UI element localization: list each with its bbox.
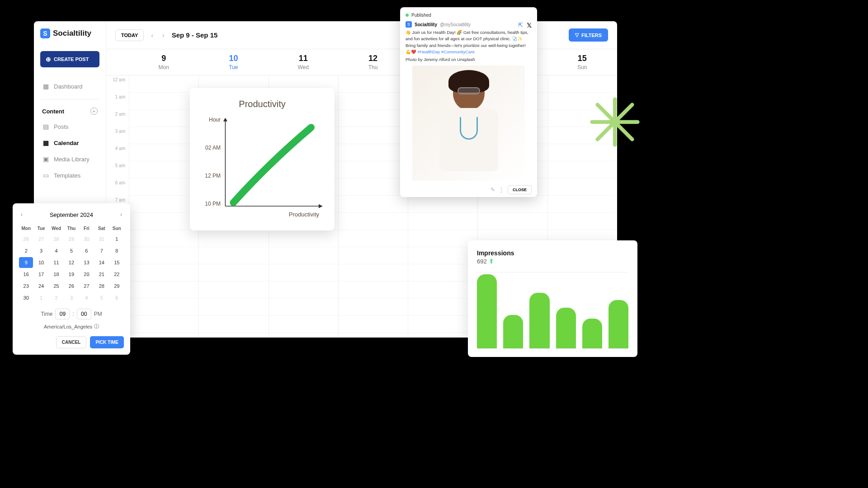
day-cell[interactable]: 29 [110,281,124,291]
dow-label: Sun [110,224,124,233]
day-cell[interactable]: 8 [110,245,124,256]
day-cell[interactable]: 28 [94,281,108,291]
day-cell[interactable]: 27 [80,281,94,291]
ytick-label: 10 PM [201,201,221,207]
day-cell[interactable]: 3 [64,292,78,303]
minute-input[interactable] [77,309,91,319]
today-button[interactable]: TODAY [115,29,144,41]
ampm-label[interactable]: PM [94,311,102,317]
day-cell[interactable]: 26 [64,281,78,291]
create-post-button[interactable]: CREATE POST [40,51,99,67]
time-label: 1 am [106,93,129,110]
day-cell[interactable]: 14 [94,257,108,268]
day-cell[interactable]: 19 [64,269,78,280]
prev-week-button[interactable]: ‹ [149,30,155,41]
cancel-button[interactable]: CANCEL [56,336,87,348]
open-external-icon[interactable]: ⇱ [518,22,523,29]
day-cell[interactable]: 6 [110,292,124,303]
day-header[interactable]: 12Thu [338,49,408,75]
day-cell[interactable]: 1 [110,234,124,244]
day-cell[interactable]: 4 [49,245,63,256]
date-range: Sep 9 - Sep 15 [172,31,218,39]
nav-templates[interactable]: ▭Templates [40,167,99,183]
day-cell[interactable]: 21 [94,269,108,280]
time-picker: Time : PM [19,309,124,319]
day-cell[interactable]: 3 [34,245,48,256]
day-cell[interactable]: 2 [19,245,33,256]
timezone-label[interactable]: America/Los_Angeles ⓘ [19,323,124,330]
calendar-grid-small: MonTueWedThuFriSatSun2627282930311234567… [19,224,124,303]
day-cell[interactable]: 10 [34,257,48,268]
impressions-value: 692 ⬆ [477,258,628,265]
day-cell[interactable]: 20 [80,269,94,280]
day-cell[interactable]: 28 [49,234,63,244]
account-avatar-icon: S [406,21,412,28]
day-cell[interactable]: 25 [49,281,63,291]
media-icon: ▣ [42,155,49,163]
day-header[interactable]: 10Tue [198,49,268,75]
ytick-label: Hour [201,117,221,123]
day-cell[interactable]: 17 [34,269,48,280]
nav-media-library[interactable]: ▣Media Library [40,151,99,167]
next-month-button[interactable]: › [118,210,124,220]
day-cell[interactable]: 5 [64,245,78,256]
day-cell[interactable]: 30 [19,292,33,303]
day-header[interactable]: 15Sun [547,49,617,75]
dow-label: Thu [64,224,78,233]
day-cell[interactable]: 13 [80,257,94,268]
day-cell[interactable]: 11 [49,257,63,268]
day-cell[interactable]: 26 [19,234,33,244]
close-button[interactable]: CLOSE [508,185,532,194]
info-icon: ⓘ [94,323,99,330]
dashboard-icon: ▦ [42,83,49,90]
day-cell[interactable]: 2 [49,292,63,303]
time-label: 2 am [106,110,129,127]
day-cell[interactable]: 23 [19,281,33,291]
add-content-icon[interactable]: + [90,108,98,115]
nav-posts[interactable]: ▤Posts [40,118,99,135]
nav-dashboard[interactable]: ▦ Dashboard [40,78,99,94]
day-cell[interactable]: 31 [94,234,108,244]
impressions-card: Impressions 692 ⬆ [468,240,637,357]
post-account: S Socialtility @mySocialtility [406,21,532,28]
day-cell[interactable]: 27 [34,234,48,244]
day-cell[interactable]: 29 [64,234,78,244]
filters-button[interactable]: ▽ FILTERS [569,28,608,42]
hour-input[interactable] [55,309,70,319]
logo-icon: S [40,28,50,38]
more-icon[interactable]: ⋮ [499,187,504,193]
day-cell[interactable]: 4 [80,292,94,303]
bar [582,319,602,348]
day-cell[interactable]: 7 [94,245,108,256]
edit-icon[interactable]: ✎ [491,187,495,193]
time-label: 4 am [106,144,129,161]
bar [556,308,576,348]
x-platform-icon: 𝕏 [527,22,532,29]
nav-calendar[interactable]: ▦Calendar [40,135,99,151]
post-photo-credit: Photo by Jeremy Alford on Unsplash [406,57,532,62]
next-week-button[interactable]: › [160,30,166,41]
day-headers: 9Mon10Tue11Wed12Thu15Sun [106,49,617,75]
dow-label: Sat [94,224,108,233]
day-cell[interactable]: 9 [19,257,33,268]
calendar-header: TODAY ‹ › Sep 9 - Sep 15 ▽ FILTERS [106,21,617,49]
bar [477,274,497,348]
prev-month-button[interactable]: ‹ [19,210,24,220]
day-cell[interactable]: 15 [110,257,124,268]
day-cell[interactable]: 30 [80,234,94,244]
day-cell[interactable]: 5 [94,292,108,303]
day-cell[interactable]: 22 [110,269,124,280]
day-cell[interactable]: 24 [34,281,48,291]
day-header[interactable]: 11Wed [269,49,338,75]
pick-time-button[interactable]: PICK TIME [90,336,124,348]
ytick-label: 02 AM [201,145,221,151]
day-cell[interactable]: 16 [19,269,33,280]
day-cell[interactable]: 18 [49,269,63,280]
day-cell[interactable]: 6 [80,245,94,256]
day-cell[interactable]: 12 [64,257,78,268]
day-header[interactable]: 9Mon [129,49,198,75]
time-label: 12 am [106,75,129,93]
day-cell[interactable]: 1 [34,292,48,303]
post-footer: ✎ ⋮ CLOSE [406,185,532,194]
posts-icon: ▤ [42,123,49,130]
